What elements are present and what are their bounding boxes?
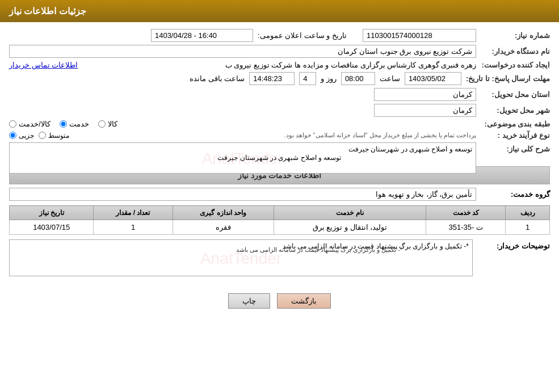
- row-tavazihat: توضیحات خریدار: AnatTender: [9, 239, 550, 278]
- label-ijadKonande: ایجاد کننده درخواست:: [476, 61, 550, 69]
- radio-motevaset[interactable]: متوسط: [39, 132, 69, 140]
- col-tarikh: تاریخ نیاز: [10, 206, 94, 220]
- value-namDastgah: شرکت توزیع نیروی برق جنوب استان کرمان: [9, 45, 476, 58]
- btn-print[interactable]: چاپ: [228, 293, 270, 309]
- label-sharh: شرح کلی نیاز:: [476, 142, 550, 153]
- label-tavazihat: توضیحات خریدار:: [476, 239, 550, 250]
- col-kodKhadamat: کد خدمت: [426, 206, 506, 220]
- row-sharh: شرح کلی نیاز: AnatTender: [9, 142, 550, 175]
- sharh-textarea[interactable]: [9, 142, 476, 174]
- radio-kala-khadamat-label: کالا/خدمت: [19, 120, 51, 128]
- label-mohlatManande: ساعت باقی مانده: [190, 74, 245, 83]
- page-container: جزئیات اطلاعات نیاز شماره نیاز: 11030015…: [0, 0, 559, 392]
- row-ijadKonande: ایجاد کننده درخواست: زهره فنبری گوهری کا…: [9, 61, 550, 69]
- label-namDastgah: نام دستگاه خریدار:: [476, 47, 550, 56]
- radio-motevaset-input[interactable]: [39, 132, 46, 139]
- radio-kala-khadamat[interactable]: کالا/خدمت: [9, 120, 51, 128]
- row-tabaghe: طبقه بندی موضوعی: کالا/خدمت خدمت کالا: [9, 120, 550, 128]
- value-mohlatManande: 14:48:23: [249, 72, 295, 85]
- cell-kodKhadamat: ت -35-351: [426, 220, 506, 235]
- value-ijadKonande: زهره فنبری گوهری کارشناس برگزاری مناقصات…: [81, 61, 476, 69]
- cell-tarikheNiaz: 1403/07/15: [10, 220, 94, 235]
- content-shahr: کرمان: [9, 104, 476, 117]
- value-ostan: کرمان: [374, 88, 476, 101]
- page-header: جزئیات اطلاعات نیاز: [0, 0, 559, 22]
- col-vahed: واحد اندازه گیری: [173, 206, 274, 220]
- value-mohlatDate: 1403/05/02: [405, 72, 461, 85]
- main-content: شماره نیاز: 1103001574000128 تاریخ و ساع…: [0, 22, 559, 315]
- services-table: ردیف کد خدمت نام خدمت واحد اندازه گیری ت…: [9, 205, 550, 235]
- btn-back[interactable]: بازگشت: [277, 293, 331, 309]
- cell-radif: 1: [506, 220, 550, 235]
- label-shomareNiaz: شماره نیاز:: [476, 31, 550, 40]
- label-groheKhadamat: گروه خدمت:: [476, 190, 550, 199]
- row-namDastgah: نام دستگاه خریدار: شرکت توزیع نیروی برق …: [9, 45, 550, 58]
- content-tabaghe: کالا/خدمت خدمت کالا: [9, 120, 476, 128]
- radio-kala-input[interactable]: [98, 120, 106, 128]
- radio-motevaset-label: متوسط: [48, 132, 69, 140]
- page-title: جزئیات اطلاعات نیاز: [9, 6, 86, 16]
- content-mohlat: 1403/05/02 ساعت 08:00 روز و 4 14:48:23 س…: [9, 72, 461, 85]
- radio-kala-khadamat-input[interactable]: [9, 120, 16, 128]
- bottom-buttons: بازگشت چاپ: [9, 293, 550, 309]
- col-radif: ردیف: [506, 206, 550, 220]
- label-mohlatRooz: روز و: [321, 74, 337, 83]
- cell-namKhadamat: تولید، انتقال و توزیع برق: [274, 220, 426, 235]
- content-ijadKonande: زهره فنبری گوهری کارشناس برگزاری مناقصات…: [9, 61, 476, 69]
- value-groheKhadamat: تأمین برق، گاز، بخار و تهویه هوا: [9, 188, 476, 201]
- content-shomareNiaz: 1103001574000128 تاریخ و ساعت اعلان عموم…: [9, 29, 476, 42]
- radio-jozvi[interactable]: جزیی: [9, 132, 34, 140]
- content-sharh: AnatTender: [9, 142, 476, 175]
- label-tarikhSaat: تاریخ و ساعت اعلان عمومی:: [258, 31, 347, 40]
- cell-vahed: فقره: [173, 220, 274, 235]
- col-tedad: تعداد / مقدار: [94, 206, 173, 220]
- cell-tedad: 1: [94, 220, 173, 235]
- row-shahr: شهر محل تحویل: کرمان: [9, 104, 550, 117]
- radio-khadamat-label: خدمت: [69, 120, 89, 128]
- link-ijadKonande[interactable]: اطلاعات تماس خریدار: [9, 61, 78, 69]
- radio-kala-label: کالا: [108, 120, 117, 128]
- label-shahr: شهر محل تحویل:: [476, 106, 550, 115]
- row-shomareNiaz: شماره نیاز: 1103001574000128 تاریخ و ساع…: [9, 29, 550, 42]
- label-noeFarayand: نوع فرآیند خرید :: [476, 131, 550, 140]
- label-mohlatSaat: ساعت: [380, 74, 400, 83]
- label-mohlat: مهلت ارسال پاسخ: تا تاریخ:: [461, 74, 550, 83]
- text-noeFarayand: پرداخت تمام یا بخشی از مبلغ خریداز محل "…: [74, 132, 476, 139]
- content-noeFarayand: پرداخت تمام یا بخشی از مبلغ خریداز محل "…: [9, 132, 476, 140]
- row-ostan: استان محل تحویل: کرمان: [9, 88, 550, 101]
- value-tarikhSaat: 1403/04/28 - 16:40: [151, 29, 253, 42]
- value-shahr: کرمان: [374, 104, 476, 117]
- radio-khadamat-input[interactable]: [60, 120, 67, 128]
- value-mohlatSaat: 08:00: [341, 72, 375, 85]
- label-tabaghe: طبقه بندی موضوعی:: [476, 120, 550, 128]
- row-noeFarayand: نوع فرآیند خرید : پرداخت تمام یا بخشی از…: [9, 131, 550, 140]
- table-row: 1ت -35-351تولید، انتقال و توزیع برقفقره1…: [10, 220, 550, 235]
- col-namKhadamat: نام خدمت: [274, 206, 426, 220]
- content-namDastgah: شرکت توزیع نیروی برق جنوب استان کرمان: [9, 45, 476, 58]
- radio-khadamat[interactable]: خدمت: [60, 120, 89, 128]
- content-ostan: کرمان: [9, 88, 476, 101]
- row-groheKhadamat: گروه خدمت: تأمین برق، گاز، بخار و تهویه …: [9, 188, 550, 201]
- value-mohlatRooz: 4: [299, 72, 316, 85]
- label-ostan: استان محل تحویل:: [476, 90, 550, 99]
- value-shomareNiaz: 1103001574000128: [363, 29, 476, 42]
- row-mohlat: مهلت ارسال پاسخ: تا تاریخ: 1403/05/02 سا…: [9, 72, 550, 85]
- radio-jozvi-input[interactable]: [9, 132, 16, 139]
- tavazihat-textarea[interactable]: [9, 239, 473, 276]
- radio-kala[interactable]: کالا: [98, 120, 117, 128]
- radio-jozvi-label: جزیی: [19, 132, 34, 140]
